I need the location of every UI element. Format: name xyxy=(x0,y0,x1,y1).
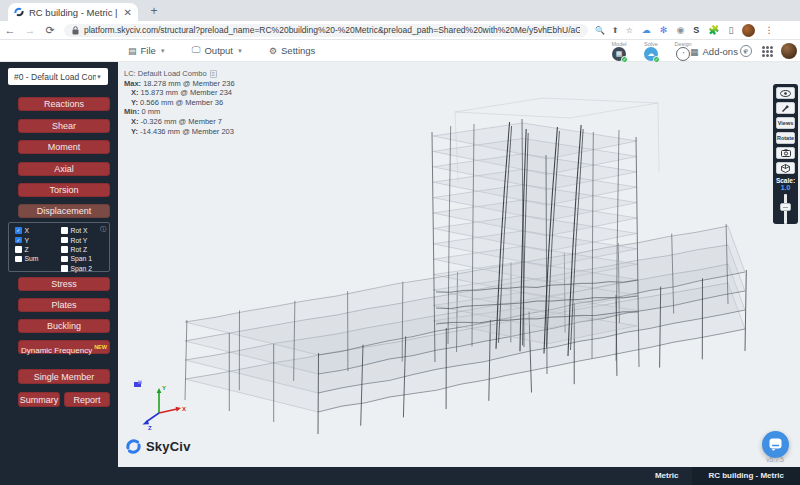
result-axis-checkbox-y[interactable]: ✓Y xyxy=(15,235,38,244)
checkbox-label: Span 2 xyxy=(71,265,93,272)
project-name-label: RC building - Metric xyxy=(692,467,800,485)
checkbox-unchecked-icon[interactable] xyxy=(61,265,68,272)
load-combo-select[interactable]: #0 - Default Load Combo ▼ xyxy=(8,68,108,85)
scale-label: Scale: xyxy=(773,177,798,184)
pin-icon[interactable]: ≡ xyxy=(210,70,218,78)
side-panel-icon[interactable]: ▯ xyxy=(729,26,734,35)
result-axis-checkbox-sum[interactable]: Sum xyxy=(15,254,38,263)
axis-triad: X Y Z xyxy=(132,380,190,432)
new-badge: NEW xyxy=(94,344,107,350)
reactions-button[interactable]: Reactions xyxy=(18,97,110,111)
unit-system-label[interactable]: Metric xyxy=(641,467,693,485)
visibility-button[interactable] xyxy=(776,87,795,99)
bookmark-star-icon[interactable]: ☆ xyxy=(626,26,633,35)
step-model[interactable]: Model ▦✓ xyxy=(608,41,630,61)
info-icon[interactable]: ⓘ xyxy=(100,225,106,234)
checkbox-label: Span 1 xyxy=(71,255,93,262)
result-axis-checkbox-span-2[interactable]: Span 2 xyxy=(61,264,92,273)
account-avatar[interactable] xyxy=(781,43,797,59)
x-axis-label: X xyxy=(182,406,186,412)
z-axis-label: Z xyxy=(148,425,152,431)
checkbox-label: Y xyxy=(25,237,30,244)
checkbox-checked-icon[interactable]: ✓ xyxy=(15,237,22,244)
appearance-button[interactable] xyxy=(776,102,795,114)
checkbox-unchecked-icon[interactable] xyxy=(15,256,22,263)
views-button[interactable]: Views xyxy=(776,117,795,129)
share-icon[interactable]: ⬆ xyxy=(612,26,619,35)
axial-button[interactable]: Axial xyxy=(18,162,110,176)
checkbox-unchecked-icon[interactable] xyxy=(61,256,68,263)
report-button[interactable]: Report xyxy=(64,392,110,407)
step-solve[interactable]: Solve ☁✓ xyxy=(640,41,662,61)
monitor-icon: 🖵 xyxy=(192,45,201,56)
checkbox-unchecked-icon[interactable] xyxy=(61,246,68,253)
render-cube-icon xyxy=(781,164,790,173)
file-menu[interactable]: ▤ File▼ xyxy=(128,45,166,56)
result-axis-checkbox-x[interactable]: ✓X xyxy=(15,226,38,235)
output-menu[interactable]: 🖵 Output▼ xyxy=(192,45,243,56)
extensions-puzzle-icon[interactable]: 🧩 xyxy=(708,26,719,35)
result-axis-checkbox-z[interactable]: Z xyxy=(15,245,38,254)
chevron-down-icon: ▼ xyxy=(96,74,102,80)
result-axis-checkbox-rot-z[interactable]: Rot Z xyxy=(61,245,92,254)
skyciv-logo: SkyCiv xyxy=(125,438,191,455)
app-version: v5.7.5 xyxy=(704,456,784,463)
camera-icon xyxy=(781,149,791,157)
scale-slider-knob[interactable] xyxy=(780,203,791,211)
settings-menu[interactable]: ⚙ Settings xyxy=(269,45,315,56)
scale-slider[interactable] xyxy=(784,194,787,224)
file-icon: ▤ xyxy=(128,46,137,56)
result-axis-checkbox-rot-x[interactable]: Rot X xyxy=(61,226,92,235)
extension-circle-icon[interactable]: ◉ xyxy=(676,26,684,35)
forward-icon[interactable]: → xyxy=(20,24,40,36)
result-axis-checkbox-span-1[interactable]: Span 1 xyxy=(61,254,92,263)
workflow-steps: Model ▦✓ Solve ☁✓ Design ◔ xyxy=(608,41,694,61)
plates-button[interactable]: Plates xyxy=(18,298,110,312)
skyciv-logo-text: SkyCiv xyxy=(146,439,191,454)
tab-close-icon[interactable]: ✕ xyxy=(124,7,132,18)
extension-pinwheel-icon[interactable]: ✻ xyxy=(660,26,668,35)
browser-profile-avatar[interactable] xyxy=(742,24,755,37)
chat-bubble-button[interactable] xyxy=(762,431,789,458)
summary-button[interactable]: Summary xyxy=(18,392,60,407)
skyciv-logo-icon xyxy=(125,438,142,455)
browser-tab-strip: RC building - Metric | SkyCiv ✕ + xyxy=(0,0,800,21)
results-sidebar: #0 - Default Load Combo ▼ Reactions Shea… xyxy=(0,62,118,467)
result-axis-checkbox-rot-y[interactable]: Rot Y xyxy=(61,235,92,244)
model-viewport[interactable]: LC: Default Load Combo≡ Max: 18.278 mm @… xyxy=(118,62,800,467)
extension-s-icon[interactable]: S xyxy=(693,26,699,35)
extension-cloud-icon[interactable]: ☁ xyxy=(642,26,651,35)
browser-tab[interactable]: RC building - Metric | SkyCiv ✕ xyxy=(8,3,138,21)
dynamic-frequency-button[interactable]: Dynamic FrequencyNEW xyxy=(18,340,110,354)
buckling-button[interactable]: Buckling xyxy=(18,319,110,333)
back-icon[interactable]: ← xyxy=(0,24,20,36)
screenshot-button[interactable] xyxy=(776,147,795,159)
renderer-button[interactable] xyxy=(776,162,795,174)
url-field[interactable]: platform.skyciv.com/structural?preload_n… xyxy=(64,24,588,37)
shear-button[interactable]: Shear xyxy=(18,119,110,133)
checkbox-unchecked-icon[interactable] xyxy=(15,246,22,253)
single-member-button[interactable]: Single Member xyxy=(18,369,110,384)
help-icon[interactable]: ? xyxy=(740,45,752,57)
view-toolbar: Views Rotate Scale: 1.0 xyxy=(773,84,798,224)
checkbox-checked-icon[interactable]: ✓ xyxy=(15,227,22,234)
checkbox-label: Sum xyxy=(25,255,39,262)
displacement-button[interactable]: Displacement xyxy=(18,204,110,218)
checkbox-unchecked-icon[interactable] xyxy=(61,237,68,244)
new-tab-button[interactable]: + xyxy=(146,4,162,20)
scale-value: 1.0 xyxy=(773,184,798,191)
chat-icon xyxy=(769,438,782,451)
stress-button[interactable]: Stress xyxy=(18,277,110,291)
torsion-button[interactable]: Torsion xyxy=(18,183,110,197)
moment-button[interactable]: Moment xyxy=(18,140,110,154)
tab-title: RC building - Metric | SkyCiv xyxy=(29,7,120,18)
reload-icon[interactable]: ⟳ xyxy=(40,24,60,37)
rotate-button[interactable]: Rotate xyxy=(776,132,795,144)
zoom-icon[interactable]: 🔍 xyxy=(595,26,605,35)
browser-menu-icon[interactable]: ⋮ xyxy=(764,26,773,35)
apps-grid-icon[interactable] xyxy=(762,46,773,57)
checkbox-unchecked-icon[interactable] xyxy=(61,227,68,234)
checkbox-label: Rot Y xyxy=(71,237,88,244)
lock-icon xyxy=(72,26,79,35)
screen: RC building - Metric | SkyCiv ✕ + ← → ⟳ … xyxy=(0,0,800,485)
